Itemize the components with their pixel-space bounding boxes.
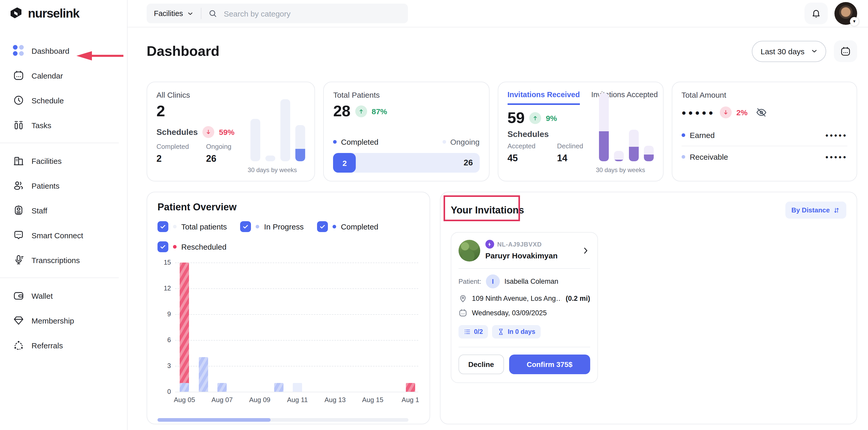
sidebar-item-label: Wallet bbox=[31, 291, 53, 300]
hourglass-icon bbox=[497, 328, 504, 336]
mini-bar bbox=[599, 93, 609, 161]
sidebar-item-schedule[interactable]: Schedule bbox=[0, 88, 127, 113]
chart-scrollbar[interactable] bbox=[157, 418, 408, 422]
decline-button[interactable]: Decline bbox=[459, 354, 504, 374]
checkbox-checked[interactable] bbox=[157, 241, 168, 252]
sidebar-item-smart-connect[interactable]: Smart Connect bbox=[0, 223, 127, 248]
sidebar-item-dashboard[interactable]: Dashboard bbox=[0, 38, 127, 63]
calendar-icon bbox=[840, 46, 851, 57]
y-tick-label: 3 bbox=[157, 362, 171, 370]
dashboard-grid-icon bbox=[13, 45, 24, 56]
chart-filters: Total patientsIn ProgressCompletedResche… bbox=[157, 221, 400, 252]
patient-overview-panel: Patient Overview Total patientsIn Progre… bbox=[147, 192, 430, 424]
user-avatar[interactable]: ▼ bbox=[834, 2, 857, 25]
mini-chart-caption: 30 days by weeks bbox=[231, 166, 314, 174]
mini-bar bbox=[644, 145, 653, 161]
sidebar-item-calendar[interactable]: Calendar bbox=[0, 63, 127, 88]
schedules-label: Schedules bbox=[507, 130, 549, 139]
calendar-icon bbox=[13, 70, 24, 81]
sidebar-item-staff[interactable]: Staff bbox=[0, 198, 127, 223]
gridline bbox=[175, 392, 418, 392]
filter-in-progress[interactable]: In Progress bbox=[240, 221, 304, 232]
patient-avatar: I bbox=[486, 275, 500, 288]
trend-up-icon bbox=[355, 105, 367, 117]
search-icon bbox=[208, 9, 218, 18]
sidebar-divider bbox=[0, 143, 119, 143]
bar-in-progress-aug-05 bbox=[180, 383, 189, 392]
date-range-select[interactable]: Last 30 days bbox=[752, 40, 826, 62]
stat-cards-row: All Clinics 2 Schedules 59% Completed2 O… bbox=[147, 82, 857, 181]
your-invitations-panel: Your Invitations By Distance bbox=[440, 192, 857, 424]
sidebar-item-tasks[interactable]: Tasks bbox=[0, 113, 127, 138]
sidebar-nav: DashboardCalendarScheduleTasksFacilities… bbox=[0, 38, 127, 357]
calendar-icon bbox=[459, 309, 467, 317]
distance: (0.2 mi) bbox=[566, 294, 590, 302]
sidebar-item-referrals[interactable]: Referrals bbox=[0, 333, 127, 357]
bar-in-progress-aug-06 bbox=[198, 357, 208, 392]
mini-bar bbox=[281, 99, 290, 161]
receivable-dot bbox=[681, 155, 685, 159]
checkbox-checked[interactable] bbox=[157, 221, 168, 232]
divider bbox=[459, 347, 590, 347]
invitation-header[interactable]: NL-AJ9JBVXD Paruyr Hovakimyan bbox=[459, 240, 590, 261]
chevron-down-icon: ▼ bbox=[850, 17, 859, 26]
tasks-progress-badge: 0/2 bbox=[459, 325, 488, 339]
sidebar-item-label: Schedule bbox=[31, 96, 64, 105]
receivable-label: Receivable bbox=[690, 152, 728, 161]
bar-total-patients-aug-11 bbox=[293, 383, 302, 392]
brand-logo: nurselink bbox=[0, 0, 127, 21]
divider bbox=[459, 268, 590, 269]
series-color-dot bbox=[256, 225, 259, 228]
mini-bar-fill bbox=[629, 147, 639, 161]
checkbox-checked[interactable] bbox=[317, 221, 328, 232]
search-scope-label: Facilities bbox=[154, 9, 183, 18]
card-total-amount: Total Amount ●●●●● 2% Earned ●●●● bbox=[672, 82, 857, 181]
sidebar-item-patients[interactable]: Patients bbox=[0, 173, 127, 198]
sidebar-item-membership[interactable]: Membership bbox=[0, 308, 127, 333]
sort-icon bbox=[833, 206, 840, 214]
delta-value: 87% bbox=[372, 107, 387, 116]
completed-dot bbox=[333, 140, 337, 144]
trend-up-icon bbox=[529, 112, 541, 124]
card-all-clinics: All Clinics 2 Schedules 59% Completed2 O… bbox=[147, 82, 315, 181]
gridline bbox=[175, 340, 418, 341]
invitations-value: 59 bbox=[507, 110, 525, 125]
wallet-icon bbox=[13, 290, 24, 301]
filter-label: In Progress bbox=[264, 222, 304, 231]
filter-label: Completed bbox=[341, 222, 378, 231]
sidebar-item-label: Facilities bbox=[31, 156, 62, 165]
filter-rescheduled[interactable]: Rescheduled bbox=[157, 241, 226, 252]
tab-invitations-received[interactable]: Invitations Received bbox=[507, 90, 580, 105]
mini-bar-fill bbox=[599, 131, 609, 161]
filter-completed[interactable]: Completed bbox=[317, 221, 378, 232]
sidebar-item-transcriptions[interactable]: Transcriptions bbox=[0, 248, 127, 273]
notifications-button[interactable] bbox=[805, 3, 828, 24]
mini-bar-chart bbox=[251, 99, 305, 161]
page-title: Dashboard bbox=[147, 43, 219, 59]
delta-value: 59% bbox=[219, 128, 235, 137]
visibility-off-icon[interactable] bbox=[755, 107, 767, 118]
delta-value: 2% bbox=[736, 108, 747, 117]
search-input[interactable] bbox=[223, 8, 380, 18]
confirm-button[interactable]: Confirm 375$ bbox=[509, 354, 590, 374]
checkbox-checked[interactable] bbox=[240, 221, 251, 232]
gridline bbox=[175, 366, 418, 367]
search-scope-dropdown[interactable]: Facilities bbox=[154, 9, 194, 18]
sidebar-item-wallet[interactable]: Wallet bbox=[0, 283, 127, 308]
sidebar-item-facilities[interactable]: Facilities bbox=[0, 148, 127, 173]
mini-bar-chart bbox=[599, 93, 653, 161]
patients-icon bbox=[13, 180, 24, 191]
app-root: nurselink DashboardCalendarScheduleTasks… bbox=[0, 0, 868, 430]
sort-by-distance-button[interactable]: By Distance bbox=[785, 202, 846, 219]
visit-date: Wednesday, 03/09/2025 bbox=[472, 309, 547, 317]
sidebar-item-label: Membership bbox=[31, 316, 74, 325]
chart-scrollbar-thumb[interactable] bbox=[157, 418, 270, 422]
calendar-button[interactable] bbox=[834, 40, 857, 62]
trend-down-icon bbox=[203, 126, 214, 138]
x-tick-label: Aug 13 bbox=[324, 396, 346, 404]
global-search[interactable]: Facilities bbox=[147, 4, 408, 23]
filter-total-patients[interactable]: Total patients bbox=[157, 221, 227, 232]
building-icon bbox=[13, 155, 24, 166]
chevron-right-icon[interactable] bbox=[581, 246, 590, 255]
y-tick-label: 9 bbox=[157, 311, 171, 318]
